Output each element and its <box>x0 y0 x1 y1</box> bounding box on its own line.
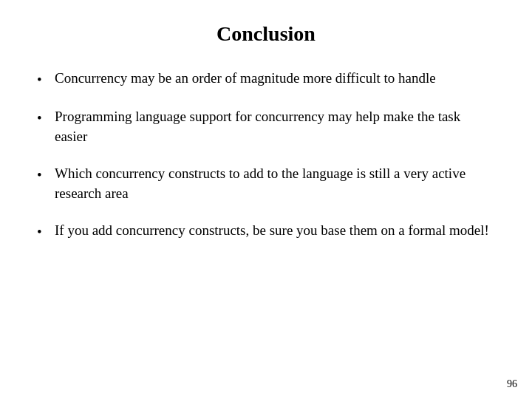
list-item: • Which concurrency constructs to add to… <box>37 163 495 204</box>
bullet-dot: • <box>37 108 55 129</box>
list-item: • Programming language support for concu… <box>37 106 495 147</box>
bullet-dot: • <box>37 69 55 90</box>
slide-title: Conclusion <box>37 22 495 46</box>
slide-container: Conclusion • Concurrency may be an order… <box>0 0 532 399</box>
bullet-text: Concurrency may be an order of magnitude… <box>55 68 495 89</box>
bullet-dot: • <box>37 165 55 185</box>
bullet-text: Programming language support for concurr… <box>55 106 495 147</box>
bullet-text: Which concurrency constructs to add to t… <box>55 163 495 204</box>
bullet-list: • Concurrency may be an order of magnitu… <box>37 68 495 377</box>
slide-number: 96 <box>507 378 517 390</box>
bullet-text: If you add concurrency constructs, be su… <box>55 220 495 241</box>
list-item: • Concurrency may be an order of magnitu… <box>37 68 495 90</box>
list-item: • If you add concurrency constructs, be … <box>37 220 495 242</box>
bullet-dot: • <box>37 222 55 242</box>
